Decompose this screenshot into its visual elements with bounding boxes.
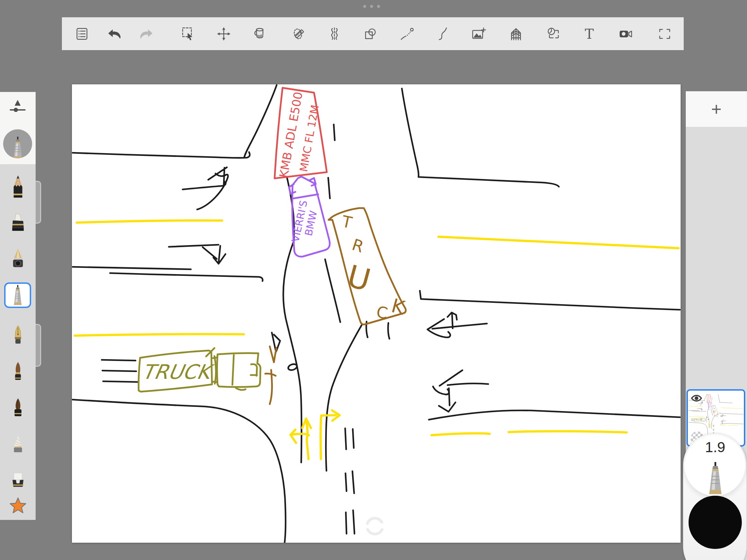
sidebar-tool-watercolor-brush[interactable]	[0, 360, 36, 386]
frame-corners-icon	[657, 26, 673, 42]
sidebar-tool-ink-brush[interactable]	[0, 396, 36, 422]
sidebar-tool-airbrush[interactable]	[0, 247, 36, 272]
eraser-icon	[8, 470, 28, 494]
truck-olive-label: TRUCK	[140, 360, 216, 383]
ruler-icon	[291, 26, 307, 42]
sidebar-favorites-star[interactable]	[0, 494, 36, 517]
window-drag-handle[interactable]	[363, 5, 380, 8]
truck-brown-letter-k: K	[717, 413, 719, 415]
sidebar-tab-handle-upper[interactable]	[36, 181, 41, 224]
video-export-button[interactable]	[615, 17, 637, 50]
sidebar-tool-fineliner-selected[interactable]	[4, 282, 31, 308]
clock-frame-icon	[545, 26, 561, 42]
marquee-cursor-icon	[180, 26, 196, 42]
undo-button[interactable]	[103, 17, 126, 50]
top-toolbar: T	[62, 17, 684, 50]
truck-brown-letter-c: C	[375, 302, 389, 323]
tool-sidebar	[0, 92, 36, 520]
redo-button[interactable]	[135, 17, 157, 50]
perspective-grid-button[interactable]	[505, 17, 527, 50]
active-color-swatch[interactable]	[689, 496, 742, 549]
time-lapse-button[interactable]	[542, 17, 564, 50]
list-icon	[74, 26, 90, 42]
sidebar-tool-eraser[interactable]	[0, 469, 36, 495]
image-add-icon	[471, 26, 487, 42]
active-tool-preview[interactable]	[3, 129, 32, 158]
building-grid-icon	[508, 26, 524, 42]
truck-olive-label: TRUCK	[695, 419, 702, 421]
soft-pencil-icon	[8, 434, 28, 458]
drawing-canvas[interactable]: KMB ADL E500 MMC FL 12M VIERRI'S BMW T R…	[72, 84, 681, 543]
chisel-marker-icon	[8, 211, 28, 235]
ink-brush-icon	[8, 397, 28, 421]
precision-line-button[interactable]	[396, 17, 418, 50]
lane-markings-yellow	[689, 406, 743, 428]
nib-slider-icon	[8, 97, 27, 117]
canvas-frame-button[interactable]	[654, 17, 676, 50]
brush-size-value: 1.9	[683, 439, 747, 456]
s-curve-icon	[435, 26, 451, 42]
truck-brown-letter-r: R	[713, 408, 715, 410]
video-icon	[618, 26, 634, 42]
text-icon: T	[581, 26, 597, 42]
shape-guides-button[interactable]	[359, 17, 381, 50]
fountain-pen-icon	[8, 325, 28, 349]
truck-brown-letter-t: T	[340, 212, 354, 232]
tool-settings-panel	[0, 92, 36, 164]
rotate-circle-icon	[364, 515, 386, 537]
paint-bucket-icon	[252, 26, 268, 42]
select-tool-button[interactable]	[177, 17, 199, 50]
text-tool-glyph: T	[585, 26, 594, 41]
fineliner-pen-icon	[8, 136, 27, 158]
brush-size-color-pill: 1.9	[683, 433, 747, 560]
move-arrows-icon	[216, 26, 232, 42]
fineliner-pen-icon	[9, 284, 26, 306]
add-layer-button[interactable]: +	[686, 91, 747, 127]
plus-icon: +	[711, 99, 721, 120]
truck-brown-letter-r: R	[350, 235, 366, 256]
text-tool-button[interactable]: T	[578, 17, 600, 50]
symmetry-tool-button[interactable]	[323, 17, 345, 50]
sidebar-tab-handle-lower[interactable]	[36, 324, 41, 367]
redo-arrow-icon	[138, 26, 154, 42]
fineliner-pen-icon	[704, 461, 727, 496]
sidebar-tool-soft-pencil[interactable]	[0, 433, 36, 459]
nudge-tool-button[interactable]	[213, 17, 235, 50]
size-slider[interactable]	[8, 97, 27, 120]
mirror-curves-icon	[326, 26, 342, 42]
eye-icon[interactable]	[690, 393, 703, 403]
sketch-drawing: KMB ADL E500 MMC FL 12M VIERRI'S BMW T R…	[72, 84, 681, 543]
measure-tool-button[interactable]	[288, 17, 310, 50]
import-image-button[interactable]	[468, 17, 490, 50]
truck-brown-letter-u: U	[343, 258, 374, 298]
truck-brown-letter-u: U	[713, 410, 716, 413]
watercolor-brush-icon	[8, 361, 28, 385]
airbrush-icon	[8, 248, 28, 272]
shape-overlap-icon	[362, 26, 378, 42]
pencil-icon	[8, 175, 28, 199]
smooth-stroke-button[interactable]	[432, 17, 454, 50]
menu-button[interactable]	[71, 17, 93, 50]
dotted-curve-icon	[399, 26, 415, 42]
undo-arrow-icon	[107, 26, 122, 42]
lane-markings-yellow	[75, 221, 679, 459]
star-icon	[8, 494, 28, 518]
sidebar-tool-marker[interactable]	[0, 211, 36, 236]
sidebar-tool-fountain-pen[interactable]	[0, 324, 36, 349]
truck-brown-letter-c: C	[716, 413, 717, 415]
sidebar-tool-pencil[interactable]	[0, 174, 36, 199]
fill-tool-button[interactable]	[249, 17, 271, 50]
